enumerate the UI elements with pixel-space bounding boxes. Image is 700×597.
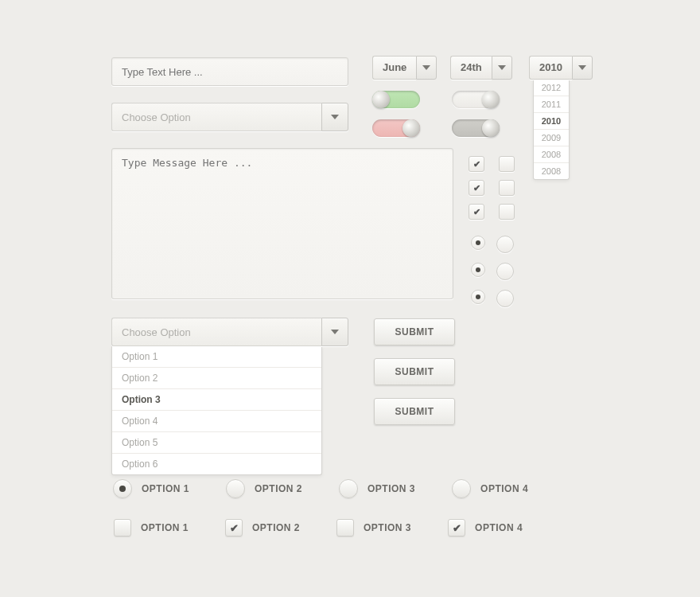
select-closed-label: Choose Option <box>111 103 321 131</box>
checkbox-option[interactable]: OPTION 3 <box>336 519 411 537</box>
year-button[interactable] <box>572 56 593 80</box>
dropdown-option[interactable]: Option 4 <box>112 411 321 432</box>
message-textarea[interactable] <box>111 148 453 299</box>
text-input[interactable] <box>111 57 348 86</box>
day-value: 24th <box>450 56 492 80</box>
radio-label: OPTION 1 <box>142 483 189 494</box>
year-option[interactable]: 2012 <box>534 80 569 96</box>
chevron-down-icon <box>331 115 339 119</box>
chevron-down-icon <box>331 330 339 334</box>
radio-label: OPTION 2 <box>255 483 302 494</box>
toggle-white[interactable] <box>452 91 500 108</box>
checkbox-small[interactable] <box>499 180 515 196</box>
year-dropdown: 2012 2011 2010 2009 2008 2008 <box>533 80 570 180</box>
dropdown-option[interactable]: Option 5 <box>112 432 321 454</box>
checkbox-label: OPTION 3 <box>364 522 411 533</box>
year-option[interactable]: 2008 <box>534 163 569 179</box>
year-option[interactable]: 2009 <box>534 130 569 146</box>
radio-label: OPTION 3 <box>368 483 415 494</box>
checkbox-input[interactable] <box>448 519 465 537</box>
checkbox-label: OPTION 1 <box>141 522 189 533</box>
checkbox-option[interactable]: OPTION 1 <box>114 519 189 537</box>
checkbox-input[interactable] <box>225 519 243 537</box>
year-value: 2010 <box>529 56 572 80</box>
chevron-down-icon <box>578 65 586 70</box>
toggle-pink[interactable] <box>372 119 420 137</box>
radio-small[interactable] <box>471 236 485 250</box>
year-option[interactable]: 2011 <box>534 96 569 113</box>
radio-option[interactable]: OPTION 1 <box>113 479 189 498</box>
dropdown-option[interactable]: Option 6 <box>112 454 321 474</box>
radio-input[interactable] <box>226 479 245 498</box>
radio-small[interactable] <box>496 290 514 307</box>
radio-option[interactable]: OPTION 2 <box>226 479 302 498</box>
radio-label: OPTION 4 <box>480 483 528 494</box>
month-value: June <box>372 56 416 80</box>
select-open-button[interactable] <box>321 318 348 346</box>
checkbox-small[interactable] <box>499 156 515 172</box>
checkbox-option[interactable]: OPTION 4 <box>448 519 523 537</box>
year-option[interactable]: 2010 <box>534 113 569 130</box>
toggle-knob <box>482 119 500 137</box>
checkbox-small[interactable] <box>469 180 484 196</box>
radio-input[interactable] <box>339 479 358 498</box>
radio-input[interactable] <box>452 479 471 498</box>
checkbox-label: OPTION 4 <box>475 522 523 533</box>
radio-option[interactable]: OPTION 3 <box>339 479 415 498</box>
select-open-label: Choose Option <box>111 318 321 346</box>
radio-small[interactable] <box>496 236 514 253</box>
dropdown-option[interactable]: Option 1 <box>112 346 321 368</box>
submit-button[interactable]: SUBMIT <box>374 358 455 385</box>
toggle-grey[interactable] <box>452 119 500 137</box>
checkbox-small[interactable] <box>499 204 515 220</box>
radio-input[interactable] <box>113 479 132 498</box>
radio-small[interactable] <box>471 290 485 304</box>
checkbox-small[interactable] <box>469 204 484 220</box>
checkbox-small[interactable] <box>469 156 484 172</box>
checkbox-input[interactable] <box>114 519 131 537</box>
month-button[interactable] <box>416 56 437 80</box>
checkbox-label: OPTION 2 <box>252 522 300 533</box>
dropdown-option[interactable]: Option 2 <box>112 368 321 389</box>
toggle-knob <box>402 119 420 137</box>
select-closed-button[interactable] <box>321 103 348 131</box>
submit-button[interactable]: SUBMIT <box>374 398 455 425</box>
select-open-dropdown: Option 1 Option 2 Option 3 Option 4 Opti… <box>111 346 322 475</box>
chevron-down-icon <box>498 65 506 70</box>
toggle-knob <box>372 91 390 108</box>
chevron-down-icon <box>422 65 430 70</box>
checkbox-input[interactable] <box>336 519 354 537</box>
submit-button[interactable]: SUBMIT <box>374 318 455 345</box>
day-button[interactable] <box>492 56 512 80</box>
year-select[interactable]: 2010 <box>529 56 593 80</box>
radio-small[interactable] <box>496 263 514 280</box>
dropdown-option[interactable]: Option 3 <box>112 389 321 411</box>
toggle-green[interactable] <box>372 91 420 108</box>
checkbox-option[interactable]: OPTION 2 <box>225 519 300 537</box>
day-select[interactable]: 24th <box>450 56 512 80</box>
radio-option[interactable]: OPTION 4 <box>452 479 528 498</box>
select-closed[interactable]: Choose Option <box>111 103 348 131</box>
month-select[interactable]: June <box>372 56 437 80</box>
toggle-knob <box>482 91 500 108</box>
radio-small[interactable] <box>471 263 485 277</box>
year-option[interactable]: 2008 <box>534 146 569 163</box>
select-open[interactable]: Choose Option <box>111 318 348 346</box>
